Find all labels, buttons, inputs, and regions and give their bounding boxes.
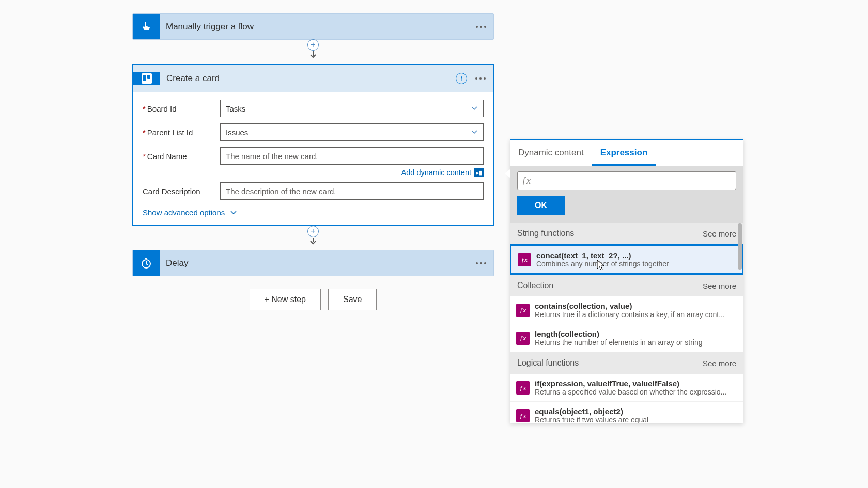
fn-length[interactable]: ƒx length(collection) Returns the number… xyxy=(510,324,743,352)
scrollbar-thumb[interactable] xyxy=(738,223,742,270)
create-card-title: Create a card xyxy=(160,73,456,84)
fx-icon: ƒx xyxy=(518,253,531,266)
tab-expression[interactable]: Expression xyxy=(592,140,656,166)
svg-rect-1 xyxy=(143,75,146,81)
arrow-down-icon xyxy=(309,238,317,245)
delay-title: Delay xyxy=(160,250,476,276)
ok-button[interactable]: OK xyxy=(517,196,565,215)
more-menu[interactable] xyxy=(475,77,486,80)
see-more-link[interactable]: See more xyxy=(703,281,736,290)
card-name-label: *Card Name xyxy=(143,152,220,161)
card-name-input[interactable] xyxy=(220,147,484,165)
board-id-label: *Board Id xyxy=(143,104,220,113)
new-step-button[interactable]: + New step xyxy=(250,289,321,310)
svg-rect-2 xyxy=(147,75,150,79)
touch-icon xyxy=(133,14,160,39)
add-step-icon[interactable]: + xyxy=(307,39,319,51)
more-menu[interactable] xyxy=(476,26,486,28)
trigger-title: Manually trigger a flow xyxy=(160,14,476,39)
category-logical: Logical functions See more xyxy=(510,352,743,374)
info-icon[interactable]: i xyxy=(456,73,467,84)
panel-pointer xyxy=(505,169,510,178)
fx-icon: ƒx xyxy=(516,409,530,422)
fn-if[interactable]: ƒx if(expression, valueIfTrue, valueIfFa… xyxy=(510,374,743,402)
trigger-card[interactable]: Manually trigger a flow xyxy=(132,13,494,40)
save-button[interactable]: Save xyxy=(328,289,377,310)
board-id-select[interactable]: Tasks xyxy=(220,100,484,117)
category-collection: Collection See more xyxy=(510,275,743,296)
fx-icon: ƒx xyxy=(522,176,531,186)
fx-icon: ƒx xyxy=(516,381,530,395)
chevron-down-icon xyxy=(471,105,478,112)
expression-panel: Dynamic content Expression ƒx OK String … xyxy=(510,139,743,423)
connector: + xyxy=(132,226,494,250)
add-step-icon[interactable]: + xyxy=(307,226,319,237)
dynamic-badge-icon: ▸▮ xyxy=(474,168,484,177)
chevron-down-icon xyxy=(471,129,478,136)
delay-card[interactable]: Delay xyxy=(132,250,494,276)
see-more-link[interactable]: See more xyxy=(703,229,736,238)
fx-icon: ƒx xyxy=(516,332,530,345)
create-card-action: Create a card i *Board Id Tasks xyxy=(132,64,494,226)
more-menu[interactable] xyxy=(476,262,486,264)
add-dynamic-content[interactable]: Add dynamic content ▸▮ xyxy=(143,168,484,177)
parent-list-id-select[interactable]: Issues xyxy=(220,123,484,141)
fx-input[interactable]: ƒx xyxy=(517,171,736,190)
trello-icon xyxy=(133,72,160,85)
fn-concat[interactable]: ƒx concat(text_1, text_2?, ...) Combines… xyxy=(510,244,743,275)
see-more-link[interactable]: See more xyxy=(703,359,736,368)
connector: + xyxy=(132,40,494,64)
card-description-label: Card Description xyxy=(143,187,220,196)
show-advanced-options[interactable]: Show advanced options xyxy=(143,206,237,219)
fn-contains[interactable]: ƒx contains(collection, value) Returns t… xyxy=(510,296,743,324)
fx-icon: ƒx xyxy=(516,304,530,317)
arrow-down-icon xyxy=(309,51,317,58)
card-description-input[interactable] xyxy=(220,182,484,200)
chevron-down-icon xyxy=(230,209,237,216)
fn-equals[interactable]: ƒx equals(object1, object2) Returns true… xyxy=(510,402,743,423)
category-string: String functions See more xyxy=(510,223,743,244)
parent-list-id-label: *Parent List Id xyxy=(143,128,220,137)
tab-dynamic-content[interactable]: Dynamic content xyxy=(510,140,592,166)
stopwatch-icon xyxy=(133,250,160,276)
